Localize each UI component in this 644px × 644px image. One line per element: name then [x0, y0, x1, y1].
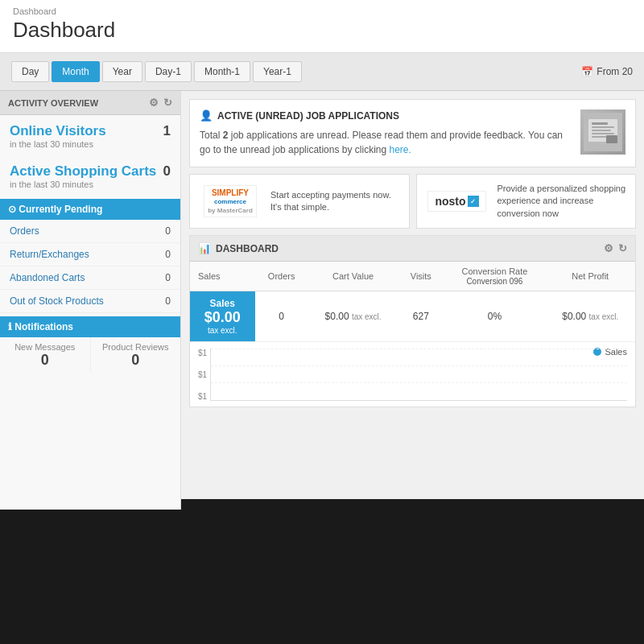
tab-year[interactable]: Year [102, 61, 142, 82]
y-label-1: $1 [198, 349, 207, 357]
notifications-label: Notifications [14, 321, 73, 332]
simplify-sponsor-card: SIMPLIFY commerce by MasterCard Start ac… [189, 174, 410, 229]
col-conversion: Conversion RateConversion 096 [444, 262, 545, 291]
date-range: 📅 From 20 [581, 66, 633, 77]
dashboard-refresh-icon[interactable]: ↻ [618, 242, 627, 254]
chart-y-labels: $1 $1 $1 [198, 349, 210, 401]
y-label-3: $1 [198, 392, 207, 401]
job-app-text: Total 2 job applications are unread. Ple… [200, 128, 571, 157]
pending-carts-value: 0 [165, 272, 171, 283]
sidebar: ACTIVITY OVERVIEW ⚙ ↻ Online Visitors 1 … [0, 91, 181, 510]
bar-chart-icon: 📊 [198, 242, 211, 254]
net-profit-value: $0.00 tax excl. [546, 291, 636, 342]
activity-overview-label: ACTIVITY OVERVIEW [8, 98, 98, 108]
grid-line-top [211, 349, 627, 349]
sales-tax: tax excl. [198, 326, 247, 335]
dashboard-gear-icon[interactable]: ⚙ [604, 242, 613, 254]
notif-messages-col: New Messages 0 [0, 337, 91, 372]
orders-value: 0 [255, 291, 308, 342]
notif-reviews-label: Product Reviews [94, 342, 178, 352]
pending-orders-label: Orders [10, 225, 39, 237]
tab-bar: Day Month Year Day-1 Month-1 Year-1 📅 Fr… [0, 53, 644, 91]
svg-rect-7 [606, 135, 617, 143]
notifications-header: ℹ Notifications [0, 316, 180, 337]
dashboard-section-header: 📊 DASHBOARD ⚙ ↻ [190, 236, 635, 262]
notif-messages-value: 0 [3, 352, 87, 369]
dashboard-section: 📊 DASHBOARD ⚙ ↻ Sales Orders Cart Value [189, 235, 636, 407]
right-panel: 👤 ACTIVE (UNREAD) JOB APPLICATIONS Total… [181, 91, 644, 510]
svg-rect-2 [592, 122, 608, 125]
svg-rect-4 [592, 130, 611, 131]
pending-returns-label: Return/Exchanges [10, 249, 89, 260]
page-title: Dashboard [13, 18, 631, 43]
col-visits: Visits [398, 262, 444, 291]
online-visitors-sub: in the last 30 minutes [10, 139, 171, 152]
breadcrumb: Dashboard [13, 6, 631, 16]
online-visitors-block: Online Visitors 1 in the last 30 minutes [0, 115, 180, 155]
sales-label: Sales [198, 298, 247, 309]
nosto-box: ✓ [468, 196, 479, 207]
simplify-text: Start accepting payments now. It's that … [270, 189, 401, 214]
col-cart-value: Cart Value [308, 262, 398, 291]
cart-value: $0.00 tax excl. [308, 291, 398, 342]
sales-value: $0.00 [198, 309, 247, 326]
pending-header: ⊙ Currently Pending [0, 199, 180, 220]
chart-area: Sales $1 $1 $1 [190, 342, 635, 407]
notifications-columns: New Messages 0 Product Reviews 0 [0, 337, 180, 372]
job-app-title: 👤 ACTIVE (UNREAD) JOB APPLICATIONS [200, 109, 571, 122]
notifications-icon: ℹ [8, 321, 12, 332]
gear-icon[interactable]: ⚙ [149, 97, 159, 109]
pending-carts-row: Abandoned Carts 0 [0, 266, 180, 290]
pending-orders-value: 0 [165, 225, 171, 237]
online-visitors-value: 1 [163, 123, 171, 139]
sales-value-cell: Sales $0.00 tax excl. [190, 291, 255, 342]
active-carts-sub: in the last 30 minutes [10, 180, 171, 192]
simplify-logo: SIMPLIFY commerce by MasterCard [198, 185, 262, 217]
pending-label: Currently Pending [19, 204, 102, 215]
dashboard-title: DASHBOARD [216, 243, 279, 254]
tab-month-1[interactable]: Month-1 [194, 61, 250, 82]
nosto-text: Provide a personalized shopping experien… [497, 183, 628, 220]
grid-line-mid2 [211, 382, 627, 383]
active-carts-label: Active Shopping Carts [10, 163, 156, 179]
job-application-banner: 👤 ACTIVE (UNREAD) JOB APPLICATIONS Total… [189, 99, 636, 167]
nosto-sponsor-card: nosto ✓ Provide a personalized shopping … [416, 174, 637, 229]
pending-stock-label: Out of Stock Products [10, 295, 104, 307]
nosto-logo: nosto ✓ [425, 185, 489, 217]
person-icon: 👤 [200, 109, 213, 122]
notif-reviews-value: 0 [94, 352, 178, 369]
pending-icon: ⊙ [8, 204, 16, 215]
stats-table: Sales Orders Cart Value Visits Conversio… [190, 262, 635, 342]
grid-line-mid1 [211, 365, 627, 366]
svg-rect-6 [592, 136, 606, 138]
sponsor-row: SIMPLIFY commerce by MasterCard Start ac… [189, 174, 636, 229]
calendar-icon: 📅 [581, 66, 593, 77]
pending-stock-row: Out of Stock Products 0 [0, 290, 180, 313]
activity-overview-header: ACTIVITY OVERVIEW ⚙ ↻ [0, 91, 180, 115]
svg-rect-5 [592, 133, 614, 134]
tab-day-1[interactable]: Day-1 [145, 61, 192, 82]
online-visitors-label: Online Visitors [10, 123, 106, 138]
tab-year-1[interactable]: Year-1 [253, 61, 302, 82]
stats-row: Sales $0.00 tax excl. 0 $0.00 tax excl. … [190, 291, 635, 342]
pending-orders-row: Orders 0 [0, 220, 180, 243]
pending-returns-row: Return/Exchanges 0 [0, 243, 180, 266]
conversion-value: 0% [444, 291, 545, 342]
pending-stock-value: 0 [165, 295, 171, 307]
job-app-link[interactable]: here. [389, 144, 411, 155]
notif-messages-label: New Messages [3, 342, 87, 352]
pending-carts-label: Abandoned Carts [10, 272, 85, 283]
svg-rect-3 [592, 126, 614, 128]
active-carts-value: 0 [163, 163, 171, 180]
chart-grid [210, 349, 627, 401]
pending-returns-value: 0 [165, 249, 171, 260]
col-orders: Orders [255, 262, 308, 291]
tab-month[interactable]: Month [52, 61, 99, 82]
visits-value: 627 [398, 291, 444, 342]
tab-day[interactable]: Day [11, 61, 49, 82]
y-label-2: $1 [198, 370, 207, 379]
col-net-profit: Net Profit [546, 262, 636, 291]
notif-reviews-col: Product Reviews 0 [91, 337, 181, 372]
refresh-icon[interactable]: ↻ [163, 97, 172, 109]
active-carts-block: Active Shopping Carts 0 in the last 30 m… [0, 155, 180, 196]
